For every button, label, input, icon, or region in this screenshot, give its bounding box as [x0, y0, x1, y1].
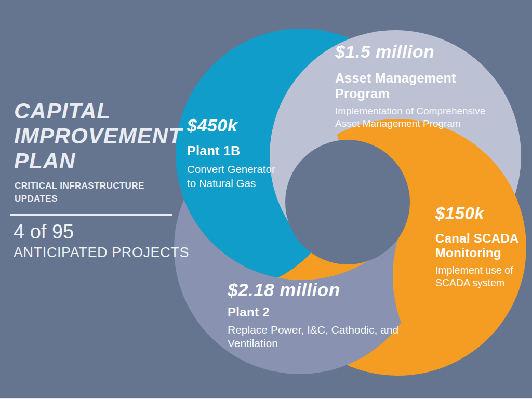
label-canal-scada: $150k Canal SCADA Monitoring Implement u… — [435, 204, 532, 289]
amount-plant-1b: $450k — [187, 115, 291, 136]
title-line-2: IMPROVEMENT — [14, 124, 182, 149]
name-plant-1b: Plant 1B — [187, 143, 291, 158]
amount-plant-2: $2.18 million — [228, 280, 415, 300]
label-asset-management: $1.5 million Asset Management Program Im… — [335, 42, 501, 130]
label-plant-1b: $450k Plant 1B Convert Generator to Natu… — [187, 115, 291, 190]
page-title: CAPITAL IMPROVEMENT PLAN — [14, 99, 182, 174]
name-canal-scada: Canal SCADA Monitoring — [435, 231, 529, 260]
name-plant-2: Plant 2 — [228, 305, 415, 320]
title-line-1: CAPITAL — [14, 99, 182, 124]
amount-asset-management: $1.5 million — [335, 42, 501, 62]
amount-canal-scada: $150k — [435, 204, 532, 223]
description-canal-scada: Implement use of SCADA system — [435, 264, 531, 289]
description-plant-2: Replace Power, I&C, Cathodic, and Ventil… — [228, 323, 410, 350]
divider-line — [10, 214, 172, 216]
description-asset-management: Implementation of Comprehensive Asset Ma… — [335, 105, 497, 130]
description-plant-1b: Convert Generator to Natural Gas — [187, 162, 286, 190]
center-hole — [285, 140, 410, 264]
infographic-slide: CAPITAL IMPROVEMENT PLAN CRITICAL INFRAS… — [0, 0, 532, 399]
name-asset-management: Asset Management Program — [335, 70, 465, 101]
project-count: 4 of 95 — [14, 220, 74, 243]
subtitle: CRITICAL INFRASTRUCTURE UPDATES — [15, 179, 165, 205]
title-line-3: PLAN — [14, 149, 182, 174]
label-plant-2: $2.18 million Plant 2 Replace Power, I&C… — [228, 280, 415, 350]
project-count-caption: ANTICIPATED PROJECTS — [14, 244, 189, 261]
